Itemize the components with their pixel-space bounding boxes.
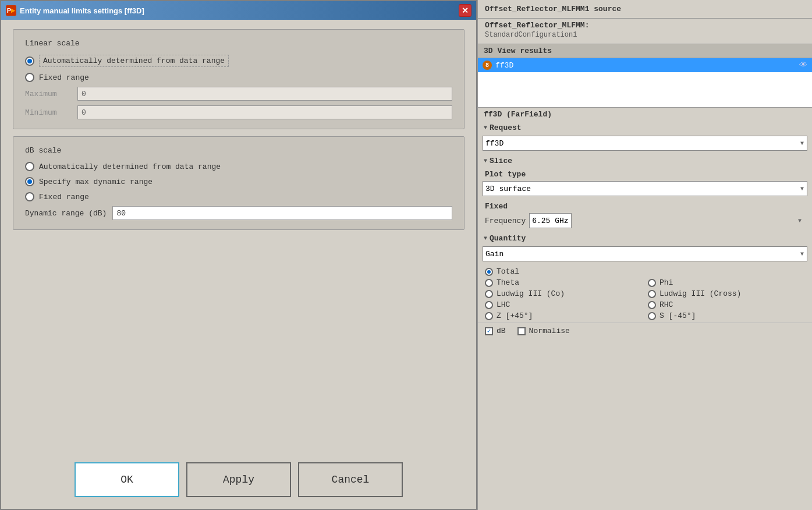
qty-radio-ludwig-co-label: Ludwig III (Co)	[497, 289, 565, 298]
qty-radio-lhc[interactable]: LHC	[485, 300, 642, 309]
qty-radio-s45-label: S [-45°]	[659, 311, 696, 320]
cancel-button[interactable]: Cancel	[298, 462, 403, 497]
quantity-select-row: Gain	[478, 245, 812, 265]
auto-linear-radio-inner	[27, 59, 32, 63]
minimum-row: Minimum	[25, 105, 452, 119]
maximum-row: Maximum	[25, 87, 452, 101]
request-select-row: ff3D	[478, 134, 812, 154]
fixed-linear-radio-outer	[25, 73, 34, 82]
qty-radio-total[interactable]: Total	[485, 267, 805, 276]
dialog-title-left: P▶ Entity manual limits settings [ff3D]	[6, 5, 144, 16]
normalise-checkbox[interactable]	[517, 327, 526, 335]
slice-label: Slice	[490, 157, 512, 165]
results-list: 8 ff3D 👁	[478, 58, 812, 107]
minimum-input[interactable]	[77, 105, 452, 119]
qty-radio-z45[interactable]: Z [+45°]	[485, 311, 642, 320]
frequency-label: Frequency	[485, 217, 526, 225]
qty-radio-total-label: Total	[497, 267, 519, 276]
result-item-ff3d[interactable]: 8 ff3D 👁	[478, 58, 812, 72]
farfield-section: ff3D (FarField) ▼ Request ff3D ▼ Slice P…	[478, 108, 812, 339]
qty-radio-ludwig-co-outer	[485, 290, 493, 298]
dynamic-range-label: Dynamic range (dB)	[25, 209, 107, 218]
slice-group-header[interactable]: ▼ Slice	[478, 154, 812, 168]
fixed-db-radio[interactable]: Fixed range	[25, 192, 452, 201]
specify-max-radio-outer	[25, 177, 34, 186]
normalise-checkbox-label: Normalise	[529, 327, 570, 335]
db-checkbox-item[interactable]: ✓ dB	[485, 327, 506, 335]
auto-db-radio-outer	[25, 162, 34, 171]
frequency-select-wrapper: 6.25 GHz	[529, 213, 805, 228]
result-item-icon: 8	[483, 61, 492, 70]
db-scale-section: dB scale Automatically determined from d…	[13, 136, 464, 230]
right-panel: Offset_Reflector_MLFMM1 source Offset_Re…	[477, 0, 812, 510]
plot-type-select-row: 3D surface	[478, 180, 812, 200]
maximum-label: Maximum	[25, 90, 72, 98]
qty-radio-theta[interactable]: Theta	[485, 278, 642, 287]
fixed-db-radio-outer	[25, 192, 34, 201]
checkbox-row: ✓ dB Normalise	[478, 323, 812, 339]
auto-linear-radio[interactable]: Automatically determined from data range	[25, 55, 452, 67]
qty-radio-ludwig-cross[interactable]: Ludwig III (Cross)	[648, 289, 805, 298]
source-sub: StandardConfiguration1	[478, 31, 812, 44]
qty-radio-ludwig-cross-label: Ludwig III (Cross)	[659, 289, 741, 298]
apply-button[interactable]: Apply	[186, 462, 291, 497]
qty-radio-s45-outer	[648, 312, 656, 320]
qty-radio-phi[interactable]: Phi	[648, 278, 805, 287]
triangle-icon: ▼	[484, 125, 487, 131]
ok-button[interactable]: OK	[75, 462, 179, 497]
slice-triangle-icon: ▼	[484, 158, 487, 164]
request-select[interactable]: ff3D	[483, 136, 807, 151]
specify-max-radio-label: Specify max dynamic range	[39, 178, 153, 186]
maximum-input[interactable]	[77, 87, 452, 101]
qty-radio-rhc-label: RHC	[659, 300, 673, 309]
linear-scale-label: Linear scale	[25, 39, 452, 48]
quantity-select-wrapper: Gain	[483, 246, 807, 261]
fixed-linear-radio[interactable]: Fixed range	[25, 73, 452, 82]
minimum-label: Minimum	[25, 108, 72, 117]
quantity-select[interactable]: Gain	[483, 246, 807, 261]
fixed-db-radio-label: Fixed range	[39, 193, 89, 201]
qty-radio-lhc-outer	[485, 301, 493, 309]
quantity-group-header[interactable]: ▼ Quantity	[478, 232, 812, 245]
farfield-header-text: ff3D (FarField)	[484, 110, 552, 119]
qty-radio-theta-outer	[485, 279, 493, 287]
frequency-row: Frequency 6.25 GHz	[478, 212, 812, 232]
plot-type-select[interactable]: 3D surface	[483, 181, 807, 196]
dynamic-range-input[interactable]	[112, 206, 452, 220]
qty-radio-theta-label: Theta	[497, 278, 519, 287]
button-row: OK Apply Cancel	[1, 453, 476, 509]
request-group-header[interactable]: ▼ Request	[478, 121, 812, 134]
fixed-label: Fixed	[478, 200, 812, 212]
qty-radio-phi-outer	[648, 279, 656, 287]
db-radio-group: Automatically determined from data range…	[25, 162, 452, 201]
close-button[interactable]: ✕	[459, 4, 471, 17]
dialog-titlebar: P▶ Entity manual limits settings [ff3D] …	[1, 1, 476, 20]
entity-limits-dialog: P▶ Entity manual limits settings [ff3D] …	[0, 0, 477, 510]
qty-radio-rhc[interactable]: RHC	[648, 300, 805, 309]
qty-radio-z45-label: Z [+45°]	[497, 311, 533, 320]
dynamic-range-row: Dynamic range (dB)	[25, 206, 452, 220]
db-checkbox[interactable]: ✓	[485, 327, 493, 335]
linear-radio-group: Automatically determined from data range…	[25, 55, 452, 82]
frequency-select[interactable]: 6.25 GHz	[529, 213, 572, 228]
qty-radio-total-inner	[487, 270, 491, 274]
dialog-content: Linear scale Automatically determined fr…	[1, 20, 476, 453]
qty-radio-s45[interactable]: S [-45°]	[648, 311, 805, 320]
normalise-checkbox-item[interactable]: Normalise	[517, 327, 570, 335]
source-name: Offset_Reflector_MLFMM:	[478, 19, 812, 31]
qty-radio-ludwig-co[interactable]: Ludwig III (Co)	[485, 289, 642, 298]
db-scale-label: dB scale	[25, 146, 452, 155]
app-icon: P▶	[6, 5, 16, 16]
auto-linear-radio-outer	[25, 56, 34, 66]
dialog-title: Entity manual limits settings [ff3D]	[20, 6, 144, 15]
specify-max-radio[interactable]: Specify max dynamic range	[25, 177, 452, 186]
results-placeholder	[478, 72, 812, 107]
quantity-triangle-icon: ▼	[484, 235, 487, 242]
auto-db-radio[interactable]: Automatically determined from data range	[25, 162, 452, 171]
eye-icon[interactable]: 👁	[799, 61, 807, 70]
qty-radio-phi-label: Phi	[659, 278, 673, 287]
qty-radio-lhc-label: LHC	[497, 300, 510, 309]
right-panel-header: Offset_Reflector_MLFMM1 source	[478, 0, 812, 19]
qty-radio-ludwig-cross-outer	[648, 290, 656, 298]
plot-type-select-wrapper: 3D surface	[483, 181, 807, 196]
